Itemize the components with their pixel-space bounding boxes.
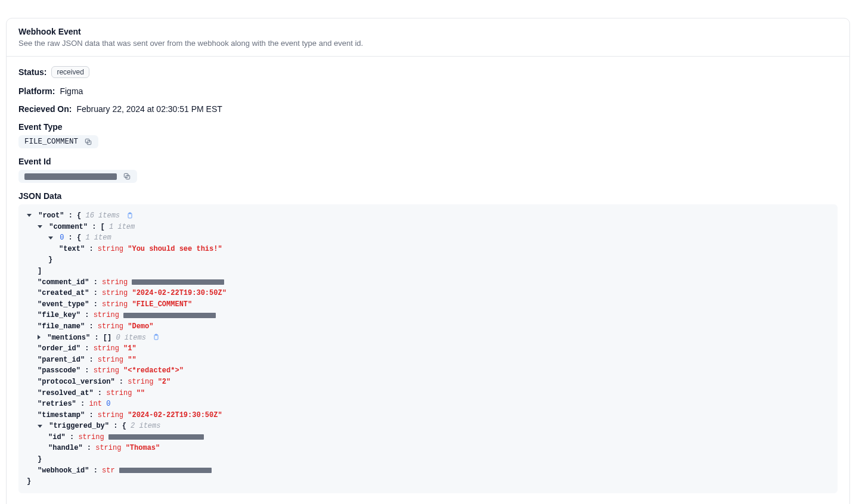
json-brace: } — [27, 454, 829, 465]
json-tb-id: "id" : string — [27, 432, 829, 443]
card-title: Webhook Event — [18, 27, 838, 36]
json-file-key: "file_key" : string — [27, 310, 829, 321]
event-id-redacted — [24, 173, 117, 180]
event-type-label: Event Type — [18, 122, 838, 132]
chevron-down-icon[interactable] — [38, 425, 42, 428]
json-mentions[interactable]: "mentions" : [] 0 items — [27, 332, 829, 344]
copy-icon[interactable] — [84, 138, 92, 146]
json-data-label: JSON Data — [18, 191, 838, 201]
card-header: Webhook Event See the raw JSON data that… — [7, 18, 849, 57]
redacted-value — [132, 279, 224, 285]
card-body: Status: received Platform: Figma Recieve… — [7, 57, 849, 504]
redacted-value — [123, 313, 216, 318]
chevron-right-icon[interactable] — [38, 335, 41, 340]
event-id-pill — [18, 170, 137, 183]
received-on-label: Recieved On: — [18, 104, 72, 114]
json-parent-id: "parent_id" : string "" — [27, 354, 829, 366]
platform-value: Figma — [60, 86, 83, 96]
platform-label: Platform: — [18, 86, 55, 96]
chevron-down-icon[interactable] — [38, 225, 42, 228]
json-tb-handle: "handle" : string "Thomas" — [27, 443, 829, 454]
event-id-row: Event Id — [18, 157, 838, 183]
received-on-value: February 22, 2024 at 02:30:51 PM EST — [76, 104, 222, 114]
event-id-label: Event Id — [18, 157, 838, 166]
json-triggered-by[interactable]: "triggered_by" : { 2 items — [27, 421, 829, 432]
json-comment[interactable]: "comment" : [ 1 item — [27, 222, 829, 233]
redacted-value — [108, 434, 204, 440]
json-event-type: "event_type" : string "FILE_COMMENT" — [27, 299, 829, 310]
chevron-down-icon[interactable] — [48, 237, 53, 239]
json-comment-text: "text" : string "You should see this!" — [27, 244, 829, 255]
json-passcode: "passcode" : string "<*redacted*>" — [27, 365, 829, 377]
platform-row: Platform: Figma — [18, 86, 838, 96]
json-bracket: ] — [27, 266, 829, 277]
json-brace: } — [27, 254, 829, 266]
json-resolved-at: "resolved_at" : string "" — [27, 388, 829, 399]
webhook-event-card: Webhook Event See the raw JSON data that… — [6, 18, 850, 504]
chevron-down-icon[interactable] — [27, 214, 32, 217]
status-label: Status: — [18, 67, 46, 77]
event-type-row: Event Type FILE_COMMENT — [18, 122, 838, 148]
json-file-name: "file_name" : string "Demo" — [27, 321, 829, 332]
json-close-brace: } — [27, 476, 829, 487]
status-badge: received — [51, 66, 89, 78]
clipboard-icon[interactable] — [126, 212, 134, 219]
copy-icon[interactable] — [123, 172, 131, 181]
json-protocol-version: "protocol_version" : string "2" — [27, 377, 829, 388]
json-order-id: "order_id" : string "1" — [27, 343, 829, 354]
json-comment-0[interactable]: 0 : { 1 item — [27, 232, 829, 244]
json-comment-id: "comment_id" : string — [27, 277, 829, 288]
json-webhook-id: "webhook_id" : str — [27, 465, 829, 477]
received-on-row: Recieved On: February 22, 2024 at 02:30:… — [18, 104, 838, 114]
event-type-pill: FILE_COMMENT — [18, 135, 98, 148]
redacted-value — [119, 468, 212, 473]
event-type-value: FILE_COMMENT — [24, 138, 78, 146]
json-root[interactable]: "root" : { 16 items — [27, 210, 829, 222]
json-viewer: "root" : { 16 items "comment" : [ 1 item… — [18, 204, 838, 493]
clipboard-icon[interactable] — [153, 334, 160, 341]
json-timestamp: "timestamp" : string "2024-02-22T19:30:5… — [27, 410, 829, 421]
json-data-section: JSON Data "root" : { 16 items "comment" … — [18, 191, 838, 493]
status-row: Status: received — [18, 66, 838, 78]
json-created-at: "created_at" : string "2024-02-22T19:30:… — [27, 288, 829, 299]
json-retries: "retries" : int 0 — [27, 399, 829, 410]
card-subtitle: See the raw JSON data that was sent over… — [18, 39, 838, 48]
